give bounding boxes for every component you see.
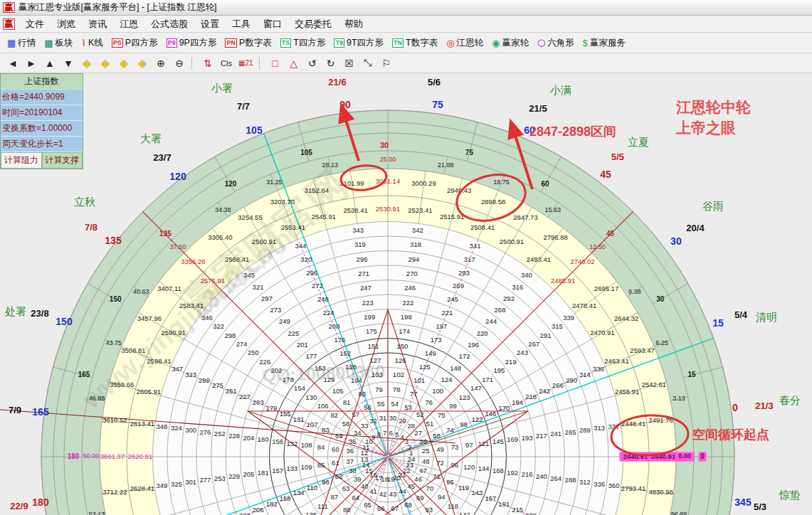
svg-text:57: 57 bbox=[352, 410, 360, 418]
tool-box-x[interactable]: ☒ bbox=[341, 55, 358, 71]
tool-expand[interactable]: ⤡ bbox=[359, 55, 376, 71]
svg-text:339: 339 bbox=[563, 314, 574, 322]
svg-text:37.50: 37.50 bbox=[170, 243, 186, 250]
svg-text:269: 269 bbox=[453, 282, 464, 290]
svg-text:129: 129 bbox=[323, 376, 334, 383]
tool-diamond-up[interactable]: ◈ bbox=[115, 55, 132, 71]
toolbar-button-quotes[interactable]: ▦行情 bbox=[3, 35, 40, 51]
toolbar-button-9p-square[interactable]: P99P四方形 bbox=[162, 35, 221, 51]
tool-cls[interactable]: Cls bbox=[218, 55, 235, 71]
tool-zoom-in[interactable]: ⊕ bbox=[152, 55, 169, 71]
svg-text:3051.14: 3051.14 bbox=[376, 177, 400, 185]
svg-text:96.88: 96.88 bbox=[671, 511, 687, 515]
toolbar-button-p-table[interactable]: PNP数字表 bbox=[221, 35, 275, 51]
svg-text:316: 316 bbox=[512, 283, 524, 291]
svg-text:45: 45 bbox=[407, 482, 415, 490]
toolbar-button-kline[interactable]: ⌇K线 bbox=[78, 35, 107, 51]
svg-text:5/4: 5/4 bbox=[734, 309, 748, 320]
svg-text:立秋: 立秋 bbox=[74, 196, 95, 208]
svg-text:2628.41: 2628.41 bbox=[130, 484, 154, 492]
kline-icon: ⌇ bbox=[82, 38, 86, 48]
svg-text:168: 168 bbox=[492, 467, 504, 474]
svg-text:180: 180 bbox=[258, 435, 269, 443]
svg-text:37: 37 bbox=[346, 457, 354, 465]
svg-text:30: 30 bbox=[670, 235, 682, 247]
svg-text:220: 220 bbox=[477, 329, 488, 337]
menu-item-9[interactable]: 帮助 bbox=[338, 16, 369, 32]
svg-text:4: 4 bbox=[401, 433, 404, 441]
toolbar-button-t-square[interactable]: TST四方形 bbox=[276, 35, 330, 51]
9t-square-label: 9T四方形 bbox=[347, 37, 384, 49]
tool-back[interactable]: ◄ bbox=[4, 55, 21, 71]
tool-updown-axis[interactable]: ⇅ bbox=[199, 55, 216, 71]
svg-text:178: 178 bbox=[283, 376, 294, 383]
toolbar-button-sectors[interactable]: ▩板块 bbox=[40, 35, 77, 51]
svg-text:243: 243 bbox=[517, 349, 528, 356]
svg-text:156: 156 bbox=[272, 437, 283, 445]
svg-text:317: 317 bbox=[464, 255, 475, 263]
svg-text:3356.26: 3356.26 bbox=[181, 258, 205, 265]
tool-up[interactable]: ▲ bbox=[41, 55, 58, 71]
tool-flag[interactable]: ⚐ bbox=[378, 55, 395, 71]
svg-text:74: 74 bbox=[446, 426, 454, 434]
svg-text:216: 216 bbox=[522, 470, 533, 478]
svg-text:43.75: 43.75 bbox=[105, 339, 122, 346]
svg-text:32: 32 bbox=[369, 417, 377, 425]
svg-text:360: 360 bbox=[608, 482, 620, 489]
tool-zoom-out[interactable]: ⊖ bbox=[171, 55, 188, 71]
menu-item-0[interactable]: 文件 bbox=[19, 16, 51, 32]
tool-rotate-cw[interactable]: ↻ bbox=[322, 55, 339, 71]
svg-text:174: 174 bbox=[399, 327, 410, 335]
svg-text:31: 31 bbox=[379, 414, 387, 422]
calc-support-button[interactable]: 计算支撑 bbox=[42, 152, 83, 169]
tool-forward[interactable]: ► bbox=[23, 55, 40, 71]
menu-item-3[interactable]: 江恩 bbox=[113, 16, 144, 32]
svg-text:18.75: 18.75 bbox=[493, 179, 510, 186]
toolbar-button-t-table[interactable]: TNT数字表 bbox=[388, 35, 442, 51]
tool-diamond-left[interactable]: ◈ bbox=[78, 55, 95, 71]
tool-triangle-tool[interactable]: △ bbox=[285, 55, 302, 71]
toolbar-button-gann-wheel[interactable]: ◎江恩轮 bbox=[442, 35, 487, 51]
svg-text:191: 191 bbox=[498, 500, 510, 508]
toolbar-button-winner-service[interactable]: $赢家服务 bbox=[579, 35, 630, 51]
tool-diamond-down[interactable]: ◈ bbox=[134, 55, 151, 71]
svg-text:23/8: 23/8 bbox=[31, 308, 48, 319]
menu-item-4[interactable]: 公式选股 bbox=[144, 16, 194, 32]
svg-text:大署: 大署 bbox=[140, 132, 162, 144]
svg-text:38: 38 bbox=[349, 467, 357, 474]
toolbar-button-winner-wheel[interactable]: ◉赢家轮 bbox=[487, 35, 533, 51]
svg-text:2598.41: 2598.41 bbox=[147, 357, 171, 365]
toolbar-button-hexagon[interactable]: ⬡六角形 bbox=[533, 35, 579, 51]
svg-text:171: 171 bbox=[482, 376, 493, 383]
svg-text:206: 206 bbox=[253, 506, 264, 514]
menu-item-7[interactable]: 窗口 bbox=[257, 16, 288, 32]
svg-text:28.13: 28.13 bbox=[322, 161, 338, 169]
tool-rotate-ccw[interactable]: ↺ bbox=[304, 55, 321, 71]
svg-text:109: 109 bbox=[301, 463, 312, 471]
svg-text:201: 201 bbox=[297, 341, 308, 349]
tool-down[interactable]: ▼ bbox=[60, 55, 77, 71]
menu-item-1[interactable]: 浏览 bbox=[51, 16, 82, 32]
tool-calendar[interactable]: ▦21 bbox=[236, 55, 255, 71]
svg-text:294: 294 bbox=[408, 255, 420, 263]
winner-service-label: 赢家服务 bbox=[590, 37, 626, 49]
panel-buttons: 计算阻力计算支撑 bbox=[1, 152, 83, 169]
svg-text:61: 61 bbox=[332, 459, 339, 467]
gann-wheel[interactable]: 赢家财富网www.yingjia360.comQQ:10080036012345… bbox=[0, 0, 812, 515]
menu-item-8[interactable]: 交易委托 bbox=[288, 16, 338, 32]
tool-diamond-right[interactable]: ◈ bbox=[97, 55, 114, 71]
toolbar-button-p-square[interactable]: PSP四方形 bbox=[107, 35, 162, 51]
svg-text:2500.91: 2500.91 bbox=[500, 238, 524, 245]
tool-sep1 bbox=[191, 57, 196, 70]
svg-text:7: 7 bbox=[383, 429, 386, 437]
calc-resistance-button[interactable]: 计算阻力 bbox=[1, 152, 42, 169]
svg-text:44: 44 bbox=[399, 487, 406, 495]
svg-text:2898.58: 2898.58 bbox=[481, 198, 505, 206]
menu-item-2[interactable]: 资讯 bbox=[82, 16, 113, 32]
svg-text:266: 266 bbox=[552, 381, 564, 389]
tool-square-tool[interactable]: □ bbox=[267, 55, 284, 71]
svg-text:221: 221 bbox=[441, 309, 453, 317]
toolbar-button-9t-square[interactable]: T99T四方形 bbox=[329, 35, 388, 51]
menu-item-5[interactable]: 设置 bbox=[194, 16, 226, 32]
menu-item-6[interactable]: 工具 bbox=[226, 16, 257, 32]
